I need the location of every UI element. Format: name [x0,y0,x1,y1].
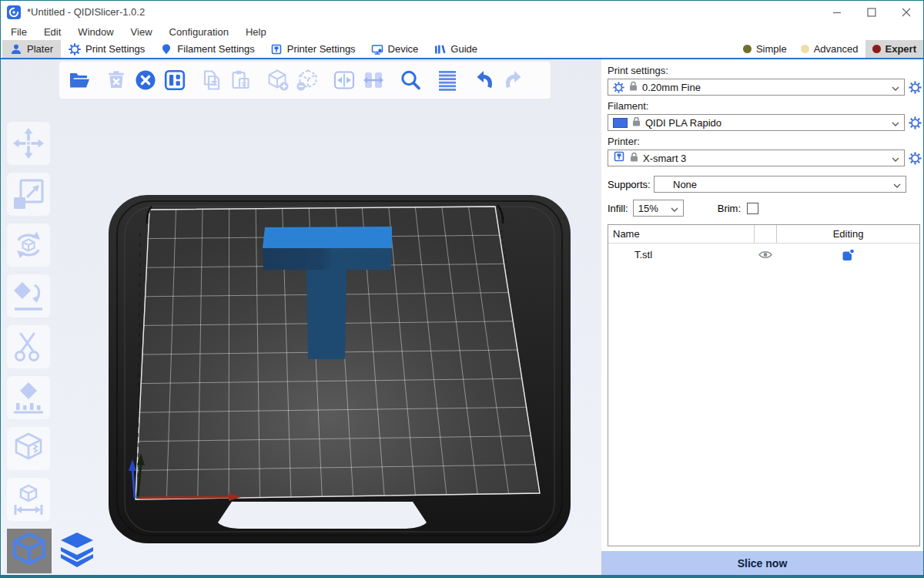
printer-gear-button[interactable] [909,152,922,165]
print-settings-value: 0.20mm Fine [642,82,887,93]
edit-badge-icon [842,248,855,261]
app-logo-icon [7,5,21,19]
device-icon [371,43,383,55]
print-settings-combo[interactable]: 0.20mm Fine [608,79,905,96]
redo-button[interactable] [501,69,525,92]
tab-filament-settings[interactable]: Filament Settings [152,40,262,58]
tab-printer-settings[interactable]: Printer Settings [263,40,363,58]
supports-value: None [659,179,889,190]
brim-label: Brim: [718,203,741,214]
remove-instance-button[interactable] [295,69,319,92]
scene-canvas[interactable] [1,59,601,575]
menu-window[interactable]: Window [69,23,122,40]
mode-expert[interactable]: Expert [865,40,923,58]
layers-icon [55,529,99,573]
filament-gear-button[interactable] [909,116,922,129]
gizmo-toolbar [7,122,52,521]
menu-view[interactable]: View [122,23,161,40]
chevron-down-icon [893,177,901,191]
open-project-button[interactable] [67,69,91,92]
menu-help[interactable]: Help [237,23,275,40]
delete-button[interactable] [104,69,128,92]
slice-now-button[interactable]: Slice now [601,551,923,575]
menu-bar: File Edit Window View Configuration Help [1,23,923,40]
chevron-down-icon [892,151,899,165]
tab-print-settings[interactable]: Print Settings [61,40,152,58]
cube-3d-icon [7,529,52,573]
model-stem-face [306,270,346,359]
print-settings-gear-button[interactable] [909,81,922,94]
tab-label: Print Settings [85,43,145,55]
split-to-objects-button[interactable] [332,69,356,92]
undo-button[interactable] [472,69,496,92]
arrange-button[interactable] [162,69,186,92]
tab-plater[interactable]: Plater [2,40,61,58]
minimize-button[interactable] [819,1,854,23]
main-area: Print settings: 0.20mm Fine Filament: [1,59,923,575]
guide-icon [434,43,446,55]
menu-configuration[interactable]: Configuration [161,23,237,40]
column-header-visibility [754,225,777,243]
3d-editor-view-button[interactable] [7,529,52,573]
measure-gizmo-button[interactable] [7,478,50,521]
rotate-gizmo-button[interactable] [7,223,50,267]
place-on-face-gizmo-button[interactable] [7,274,50,318]
preview-view-button[interactable] [55,529,99,573]
copy-button[interactable] [199,69,223,92]
supports-combo[interactable]: None [654,176,906,193]
model-crossbar-face [263,248,392,270]
filament-value: QIDI PLA Rapido [645,117,887,129]
title-bar: *Untitled - QIDISlicer-1.0.2 [1,1,923,23]
add-instance-button[interactable] [266,69,290,92]
window-title: *Untitled - QIDISlicer-1.0.2 [27,6,813,18]
scale-gizmo-button[interactable] [7,173,50,216]
cut-gizmo-button[interactable] [7,325,50,368]
supports-label: Supports: [608,179,654,190]
paint-supports-gizmo-button[interactable] [7,376,50,419]
close-button[interactable] [889,1,923,23]
eye-icon [758,250,773,260]
paste-button[interactable] [229,69,253,92]
lock-icon [632,116,641,129]
object-row[interactable]: T.stl [608,244,919,265]
menu-edit[interactable]: Edit [35,23,69,40]
printer-label: Printer: [608,136,922,147]
advanced-mode-dot [801,45,809,53]
chevron-down-icon [892,116,899,129]
expert-mode-dot [872,45,881,53]
filament-label: Filament: [608,100,922,112]
filament-combo[interactable]: QIDI PLA Rapido [608,114,905,131]
mode-selector: Simple Advanced Expert [736,40,923,58]
delete-all-button[interactable] [133,69,157,92]
edit-object-button[interactable] [777,248,919,261]
variable-layer-height-button[interactable] [435,69,459,92]
3d-viewport[interactable] [1,59,601,575]
infill-combo[interactable]: 15% [633,200,684,217]
plater-toolbar [59,62,551,99]
mode-simple[interactable]: Simple [736,40,794,58]
tab-guide[interactable]: Guide [426,40,485,58]
object-name: T.stl [608,249,754,260]
split-to-parts-button[interactable] [361,69,385,92]
move-gizmo-button[interactable] [7,122,50,165]
tab-device[interactable]: Device [363,40,427,58]
infill-label: Infill: [608,203,628,214]
app-window: *Untitled - QIDISlicer-1.0.2 File Edit W… [0,0,924,578]
tab-label: Filament Settings [177,43,254,55]
gear-icon [69,43,81,55]
view-toggle-bar [7,529,99,573]
seam-gizmo-button[interactable] [7,427,50,470]
menu-file[interactable]: File [2,23,35,40]
visibility-toggle[interactable] [754,244,777,265]
gear-icon [613,82,624,93]
tab-label: Device [388,43,419,55]
maximize-button[interactable] [854,1,889,23]
brim-checkbox[interactable] [747,203,758,214]
printer-combo[interactable]: X-smart 3 [608,150,905,166]
mode-advanced[interactable]: Advanced [794,40,865,58]
column-header-editing: Editing [777,228,919,240]
lock-icon [629,80,638,94]
chevron-down-icon [671,201,678,215]
object-list-header: Name Editing [608,225,919,244]
search-button[interactable] [398,69,422,92]
